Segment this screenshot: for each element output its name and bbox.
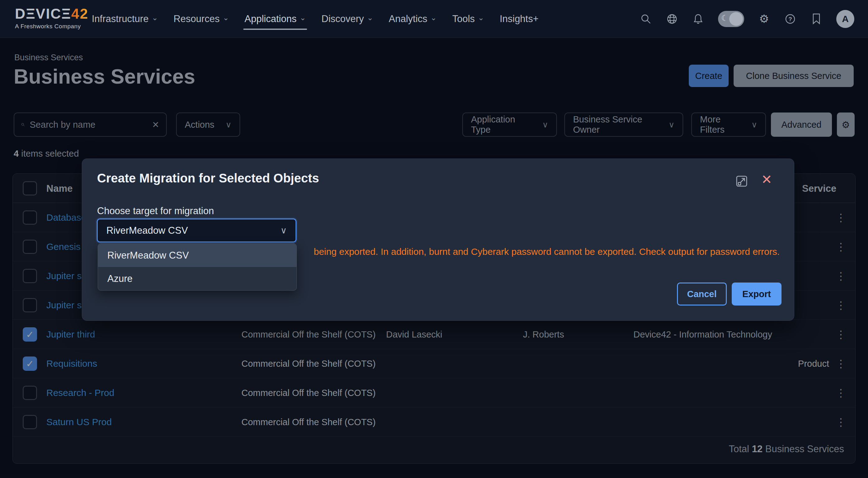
- caret-down-icon: ⌄: [152, 13, 158, 22]
- toggle-knob: [729, 12, 743, 26]
- svg-text:?: ?: [788, 16, 792, 22]
- migration-target-select[interactable]: RiverMeadow CSV ∨: [97, 218, 297, 242]
- settings-gear-icon[interactable]: ⚙: [758, 13, 770, 25]
- logo-42: 42: [71, 6, 88, 22]
- moon-icon: ☾: [721, 13, 728, 23]
- migration-target-options-menu: RiverMeadow CSV Azure: [98, 243, 297, 291]
- cancel-button[interactable]: Cancel: [677, 282, 727, 306]
- create-migration-modal: Create Migration for Selected Objects ✕ …: [82, 159, 794, 321]
- header-icon-group: ☾ ⚙ ? A: [640, 0, 854, 38]
- expand-modal-icon[interactable]: [735, 174, 748, 188]
- option-azure[interactable]: Azure: [98, 267, 297, 290]
- close-modal-icon[interactable]: ✕: [761, 172, 772, 187]
- user-avatar[interactable]: A: [836, 10, 854, 28]
- caret-down-icon: ⌄: [431, 13, 437, 22]
- nav-discovery[interactable]: Discovery⌄: [321, 0, 373, 38]
- help-icon[interactable]: ?: [784, 13, 797, 25]
- nav-analytics[interactable]: Analytics⌄: [389, 0, 437, 38]
- main-nav: Infrastructure⌄ Resources⌄ Applications⌄…: [92, 0, 538, 38]
- export-button[interactable]: Export: [732, 282, 781, 306]
- dark-mode-toggle[interactable]: ☾: [718, 11, 744, 27]
- search-icon[interactable]: [640, 13, 652, 25]
- bookmark-icon[interactable]: [810, 13, 823, 25]
- nav-applications[interactable]: Applications⌄: [245, 0, 306, 38]
- device42-logo[interactable]: DΞVICΞ42 A Freshworks Company: [15, 5, 88, 30]
- nav-resources[interactable]: Resources⌄: [174, 0, 229, 38]
- caret-down-icon: ⌄: [223, 13, 229, 22]
- device42-app: DΞVICΞ42 A Freshworks Company Infrastruc…: [0, 0, 868, 478]
- caret-down-icon: ⌄: [478, 13, 484, 22]
- notifications-bell-icon[interactable]: [692, 13, 704, 25]
- migration-target-label: Choose target for migration: [97, 205, 214, 217]
- nav-infrastructure[interactable]: Infrastructure⌄: [92, 0, 158, 38]
- page-content: Business Services Business Services Crea…: [0, 38, 868, 478]
- nav-insights[interactable]: Insights+: [500, 0, 538, 38]
- selected-target-value: RiverMeadow CSV: [106, 225, 188, 236]
- caret-down-icon: ⌄: [367, 13, 373, 22]
- logo-tagline: A Freshworks Company: [15, 23, 88, 30]
- globe-icon[interactable]: [666, 13, 678, 25]
- chevron-down-icon: ∨: [281, 225, 287, 236]
- modal-title: Create Migration for Selected Objects: [97, 171, 319, 185]
- top-navigation-bar: DΞVICΞ42 A Freshworks Company Infrastruc…: [0, 0, 868, 38]
- logo-wordmark: DΞVICΞ42: [15, 5, 88, 22]
- option-rivermeadow-csv[interactable]: RiverMeadow CSV: [98, 244, 297, 267]
- caret-down-icon: ⌄: [300, 13, 306, 22]
- nav-tools[interactable]: Tools⌄: [452, 0, 484, 38]
